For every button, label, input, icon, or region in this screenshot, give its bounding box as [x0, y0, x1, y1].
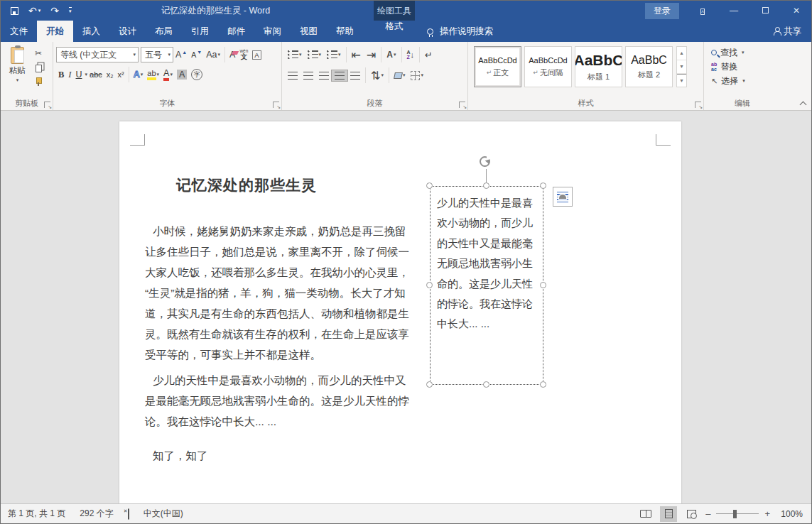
styles-scroll-down-icon[interactable]: ▼: [677, 60, 686, 74]
web-layout-button[interactable]: [683, 506, 700, 522]
asian-layout-button[interactable]: A▾: [384, 48, 399, 61]
style-card-heading1[interactable]: AaBbC 标题 1: [575, 46, 622, 87]
font-size-combo[interactable]: 五号▾: [141, 47, 173, 62]
underline-button[interactable]: U: [74, 67, 85, 82]
line-spacing-button[interactable]: ⇅▾: [368, 67, 386, 84]
highlight-color-button[interactable]: ab▾: [145, 67, 161, 82]
print-layout-button[interactable]: [660, 506, 677, 522]
tab-review[interactable]: 审阅: [254, 21, 291, 42]
undo-button[interactable]: ↶▾: [28, 5, 40, 16]
bullets-button[interactable]: ▾: [285, 49, 305, 60]
resize-handle-bottom-right[interactable]: [540, 381, 546, 388]
tab-file[interactable]: 文件: [1, 21, 37, 42]
zoom-level[interactable]: 100%: [776, 509, 803, 519]
font-name-combo[interactable]: 等线 (中文正文▾: [56, 47, 139, 62]
resize-handle-bottom-center[interactable]: [483, 381, 489, 388]
decrease-indent-button[interactable]: ⇤: [349, 47, 364, 63]
show-hide-marks-button[interactable]: ↵: [422, 48, 435, 62]
tab-insert[interactable]: 插入: [73, 21, 109, 42]
save-button[interactable]: [11, 7, 18, 15]
tab-view[interactable]: 视图: [291, 21, 327, 42]
style-card-normal[interactable]: AaBbCcDd ↵正文: [474, 46, 521, 87]
share-button[interactable]: 共享: [774, 21, 801, 42]
resize-handle-bottom-left[interactable]: [426, 381, 433, 388]
tab-mailings[interactable]: 邮件: [218, 21, 254, 42]
rotation-handle-icon[interactable]: [480, 156, 490, 167]
borders-button[interactable]: ▾: [408, 70, 426, 82]
customize-qat-button[interactable]: ▾: [69, 7, 72, 14]
tab-help[interactable]: 帮助: [327, 21, 363, 42]
resize-handle-middle-left[interactable]: [426, 282, 433, 288]
copy-button[interactable]: [31, 62, 46, 73]
distribute-button[interactable]: [347, 70, 363, 81]
zoom-out-button[interactable]: –: [705, 508, 710, 519]
increase-indent-button[interactable]: ⇥: [364, 47, 379, 63]
justify-button[interactable]: [332, 70, 347, 81]
styles-gallery-more-icon[interactable]: ▼: [677, 74, 686, 87]
zoom-slider-thumb[interactable]: [733, 510, 737, 518]
format-painter-button[interactable]: [31, 76, 46, 87]
paste-button[interactable]: 粘贴 ▾: [4, 45, 31, 97]
text-box-text[interactable]: 少儿的天性中是最喜 欢小动物的，而少儿 的天性中又是最能毫 无顾忌地戕害弱小生 …: [437, 193, 533, 334]
tab-layout[interactable]: 布局: [146, 21, 182, 42]
align-center-button[interactable]: [301, 70, 316, 81]
read-mode-button[interactable]: [637, 506, 654, 522]
selected-text-box[interactable]: 少儿的天性中是最喜 欢小动物的，而少儿 的天性中又是最能毫 无顾忌地戕害弱小生 …: [430, 186, 543, 385]
style-card-no-spacing[interactable]: AaBbCcDd ↵无间隔: [524, 46, 572, 87]
align-right-button[interactable]: [316, 70, 332, 81]
tab-references[interactable]: 引用: [182, 21, 218, 42]
document-title[interactable]: 记忆深处的那些生灵: [176, 175, 317, 195]
paragraph-2[interactable]: 少儿的天性中是最喜欢小动物的，而少儿的天性中又 是最能毫无顾忌地戕害弱小生命的。…: [145, 370, 409, 432]
select-button[interactable]: ↖ 选择▾: [711, 74, 778, 88]
italic-button[interactable]: I: [66, 67, 73, 82]
zoom-slider[interactable]: [716, 513, 759, 515]
text-effects-button[interactable]: A▾: [131, 67, 146, 82]
phonetic-guide-button[interactable]: wén文: [237, 47, 250, 62]
resize-handle-top-center[interactable]: [483, 182, 489, 189]
multilevel-list-button[interactable]: ▾: [324, 49, 344, 60]
grow-font-button[interactable]: A▲: [173, 47, 189, 62]
paragraph-1[interactable]: 小时候，姥姥舅奶奶来家走亲戚，奶奶总是再三挽留 让多住些日子，她们总是说，家里离…: [145, 221, 409, 365]
subscript-button[interactable]: x₂: [104, 67, 116, 82]
maximize-button[interactable]: [757, 6, 773, 16]
strikethrough-button[interactable]: abc: [87, 67, 104, 82]
paragraph-3[interactable]: 知了，知了: [145, 445, 208, 466]
signin-button[interactable]: 登录: [645, 3, 679, 19]
font-dialog-launcher[interactable]: [273, 102, 279, 108]
align-left-button[interactable]: [285, 70, 301, 81]
font-color-button[interactable]: A▾: [161, 67, 175, 82]
character-shading-button[interactable]: A: [175, 67, 189, 82]
tab-format-drawing-tools[interactable]: 格式: [374, 21, 415, 33]
clear-formatting-button[interactable]: A: [227, 47, 237, 62]
enclose-characters-button[interactable]: 字: [189, 67, 205, 82]
styles-scroll-up-icon[interactable]: ▲: [677, 47, 686, 60]
redo-button[interactable]: ↷: [50, 5, 59, 16]
numbering-button[interactable]: ▾: [305, 49, 325, 60]
replace-button[interactable]: abac 替换: [711, 60, 778, 74]
tab-home[interactable]: 开始: [37, 21, 73, 42]
minimize-button[interactable]: —: [726, 6, 742, 16]
paragraph-dialog-launcher[interactable]: [459, 102, 465, 108]
ribbon-display-options-button[interactable]: ˄: [695, 6, 710, 16]
shrink-font-button[interactable]: A▼: [189, 47, 204, 62]
word-count[interactable]: 292 个字: [72, 508, 120, 520]
styles-dialog-launcher[interactable]: [695, 102, 701, 108]
style-card-heading2[interactable]: AaBbC 标题 2: [625, 46, 673, 87]
collapse-ribbon-button[interactable]: [800, 100, 806, 106]
bold-button[interactable]: B: [56, 67, 66, 82]
superscript-button[interactable]: x²: [116, 67, 126, 82]
character-border-button[interactable]: A: [250, 47, 263, 62]
zoom-in-button[interactable]: +: [764, 508, 770, 519]
proofing-status-button[interactable]: [121, 509, 136, 519]
tell-me-search[interactable]: 操作说明搜索: [427, 21, 493, 42]
resize-handle-top-left[interactable]: [426, 182, 433, 189]
change-case-button[interactable]: Aa▾: [204, 47, 222, 62]
resize-handle-middle-right[interactable]: [540, 282, 546, 288]
tab-design[interactable]: 设计: [109, 21, 146, 42]
document-page[interactable]: 记忆深处的那些生灵 小时候，姥姥舅奶奶来家走亲戚，奶奶总是再三挽留 让多住些日子…: [119, 121, 681, 505]
find-button[interactable]: 查找▾: [711, 45, 778, 60]
resize-handle-top-right[interactable]: [540, 182, 546, 189]
clipboard-dialog-launcher[interactable]: [44, 102, 50, 108]
cut-button[interactable]: ✂: [31, 48, 46, 59]
shading-button[interactable]: ▾: [391, 71, 408, 80]
